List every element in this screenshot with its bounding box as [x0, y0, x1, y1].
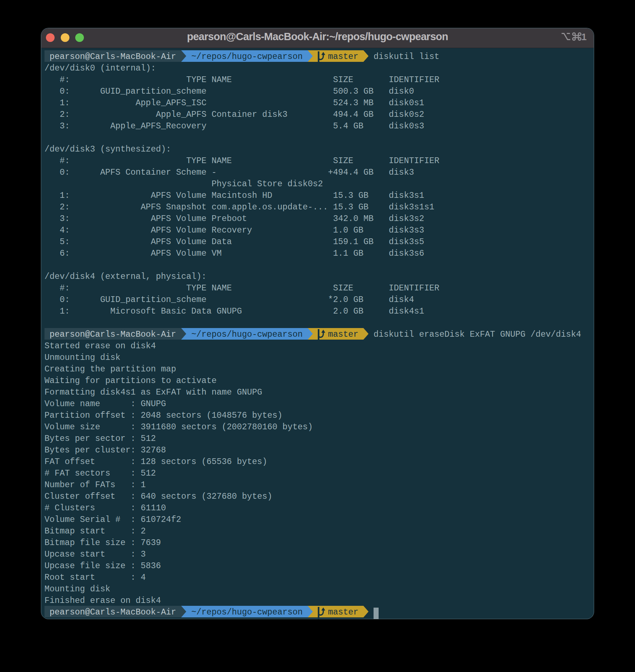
svg-text:1: 1	[581, 32, 587, 41]
